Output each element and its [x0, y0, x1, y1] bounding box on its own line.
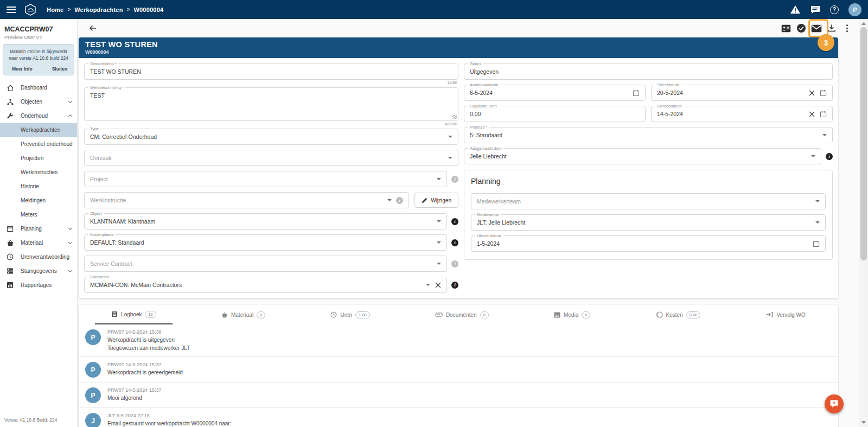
sidebar-item-projecten[interactable]: Projecten [0, 151, 77, 165]
send-email-button[interactable] [811, 21, 822, 35]
kostenplaats-select[interactable]: Kostenplaats DEFAULT: Standaard [84, 234, 447, 251]
streefdatum-field[interactable]: Streefdatum 20-5-2024 [651, 85, 833, 101]
geplande-uren-field[interactable]: Geplande uren 0,00 [464, 106, 646, 122]
sidebar-item-stamgegevens[interactable]: Stamgegevens [0, 264, 77, 278]
back-button[interactable] [88, 24, 97, 33]
chevron-down-icon[interactable] [426, 284, 430, 286]
service-contract-select[interactable]: Service Contract [84, 256, 447, 272]
scroll-up-arrow[interactable] [861, 22, 866, 25]
breadcrumb-current: W0000004 [133, 7, 163, 13]
sidebar-item-planning[interactable]: Planning [0, 222, 77, 236]
log-entry: P PRW07 14-5-2024 15:38 Werkopdracht is … [79, 324, 838, 356]
chevron-down-icon[interactable] [387, 199, 392, 201]
tab-vervolg-wo[interactable]: Vervolg WO [749, 305, 821, 324]
sidebar-item-werkopdrachten[interactable]: Werkopdrachten [0, 123, 77, 137]
menu-icon[interactable] [7, 7, 16, 13]
gereeddatum-field[interactable]: Gereeddatum 14-5-2024 [651, 106, 833, 122]
chevron-down-icon[interactable] [822, 134, 827, 136]
sidebar-item-werkinstructies[interactable]: Werkinstructies [0, 165, 77, 180]
contractor-select[interactable]: Contractor MCMAIN-CON: McMain Contractor… [84, 277, 447, 293]
sidebar-item-rapportages[interactable]: Rapportages [0, 278, 77, 292]
chevron-down-icon[interactable] [815, 200, 820, 202]
contact-card-button[interactable] [781, 21, 792, 35]
aangemaakt-door-select[interactable]: Aangemaakt door Jelle Liebrecht [464, 148, 821, 164]
support-chat-fab[interactable] [825, 394, 844, 413]
info-icon[interactable] [451, 260, 458, 267]
chevron-down-icon [68, 270, 73, 272]
wijzigen-button[interactable]: Wijzigen [414, 193, 458, 208]
medewerker-select[interactable]: Medewerker JLT: Jelle Liebrecht [471, 214, 826, 231]
info-icon[interactable] [451, 239, 458, 246]
clear-icon[interactable] [435, 282, 441, 288]
calendar-icon[interactable] [813, 240, 820, 247]
werkbeschrijving-field[interactable]: Werkbeschrijving * TEST [84, 87, 458, 121]
medewerkerteam-select[interactable]: Medewerkerteam [471, 193, 826, 209]
planning-title: Planning [471, 177, 826, 186]
chevron-down-icon[interactable] [815, 221, 820, 224]
calendar-icon[interactable] [820, 111, 827, 118]
user-avatar[interactable]: P [848, 3, 861, 16]
sluiten-link[interactable]: Sluiten [52, 66, 67, 72]
uitvoerdatum-field[interactable]: Uitvoerdatum 1-5-2024 [471, 235, 826, 252]
update-notice-text: McMain Online is bijgewerkt naar versie … [7, 48, 71, 62]
clear-icon[interactable] [809, 90, 815, 96]
info-icon[interactable] [826, 153, 833, 160]
log-entry: P PRW07 14-5-2024 15:37 Werkopdracht is … [79, 357, 838, 382]
info-icon[interactable] [396, 197, 403, 204]
chevron-down-icon[interactable] [448, 157, 452, 159]
chevron-down-icon[interactable] [448, 136, 452, 138]
warning-icon[interactable] [790, 5, 801, 14]
type-select[interactable]: Type CM: Correctief Onderhoud [84, 129, 458, 145]
calendar-icon[interactable] [633, 90, 640, 97]
chevron-down-icon[interactable] [437, 220, 441, 222]
tab-uren[interactable]: Uren 1.00 [314, 305, 386, 324]
clear-icon[interactable] [809, 111, 815, 117]
werkinstructie-select[interactable]: Werkinstructie [84, 192, 409, 208]
sidebar-item-preventief-onderhoud[interactable]: Preventief onderhoud [0, 137, 77, 151]
log-meta: JLT 6-5-2024 22:16 [107, 413, 234, 418]
oorzaak-select[interactable]: Oorzaak [84, 150, 458, 166]
tab-media[interactable]: Media 0 [538, 305, 607, 324]
sidebar-item-dashboard[interactable]: Dashboard [0, 81, 77, 95]
prioriteit-select[interactable]: Prioriteit * 5: Standaard [464, 127, 833, 143]
info-icon[interactable] [451, 282, 458, 289]
help-icon[interactable] [830, 5, 839, 14]
download-button[interactable] [826, 21, 837, 35]
tab-logboek[interactable]: Logboek 12 [95, 305, 173, 324]
log-meta: PRW07 14-5-2024 15:38 [107, 329, 190, 335]
info-icon[interactable] [451, 176, 458, 183]
chevron-down-icon[interactable] [811, 155, 815, 157]
breadcrumb-werkopdrachten[interactable]: Werkopdrachten [74, 7, 123, 13]
detail-tabs-card: Logboek 12 Materiaal 0 Uren 1.00 Documen… [79, 305, 838, 427]
more-options-button[interactable] [841, 21, 852, 35]
meer-info-link[interactable]: Meer Info [12, 66, 33, 72]
sidebar-item-historie[interactable]: Historie [0, 180, 77, 194]
aanmaakdatum-field[interactable]: Aanmaakdatum 6-5-2024 [464, 85, 646, 101]
sidebar-item-meters[interactable]: Meters [0, 208, 77, 222]
breadcrumb-home[interactable]: Home [47, 7, 63, 13]
sidebar-item-materiaal[interactable]: Materiaal [0, 236, 77, 250]
omschrijving-field[interactable]: Omschrijving * TEST WO STUREN [84, 63, 458, 80]
account-user: Preview User 07 [0, 34, 77, 44]
vertical-scrollbar[interactable] [859, 19, 868, 427]
info-icon[interactable] [451, 218, 458, 225]
object-select[interactable]: Object KLANTNAAM: Klantnaam [84, 213, 447, 230]
sidebar-item-urenverantwoording[interactable]: Urenverantwoording [0, 250, 77, 264]
calendar-icon[interactable] [820, 90, 827, 97]
scroll-down-arrow[interactable] [861, 421, 866, 424]
feedback-chat-icon[interactable] [810, 5, 820, 14]
scrollbar-thumb[interactable] [860, 27, 867, 260]
chevron-down-icon[interactable] [437, 241, 441, 244]
chevron-down-icon[interactable] [437, 178, 441, 180]
pencil-icon [422, 197, 427, 203]
tab-materiaal[interactable]: Materiaal 0 [205, 305, 282, 324]
resize-handle[interactable] [452, 115, 457, 119]
chevron-down-icon[interactable] [437, 263, 441, 265]
sidebar-item-onderhoud[interactable]: Onderhoud [0, 109, 77, 123]
tab-kosten[interactable]: Kosten 0.00 [640, 305, 717, 324]
tab-documenten[interactable]: Documenten 0 [419, 305, 505, 324]
sidebar-item-meldingen[interactable]: Meldingen [0, 194, 77, 208]
sidebar-item-objecten[interactable]: Objecten [0, 95, 77, 109]
complete-check-button[interactable] [796, 21, 807, 35]
project-select[interactable]: Project [84, 171, 447, 187]
